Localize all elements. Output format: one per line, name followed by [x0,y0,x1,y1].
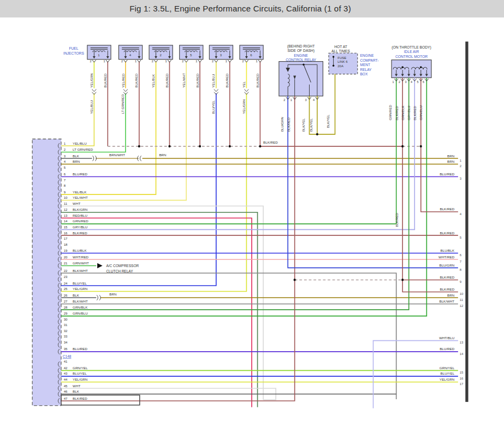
splice-dot [316,133,318,135]
row-number: 43 [64,372,68,376]
row-number: 6 [64,173,66,176]
pin-number: 1 [103,60,105,63]
row-number: 11 [64,202,68,205]
wire-label-vertical: BLK/RED [165,73,169,87]
row-number: 45 [64,384,68,388]
pin-socket-icon [92,60,96,62]
pin-socket-icon [168,60,171,62]
right-wire-number: 1 [460,159,462,162]
wire-blu-grn [288,96,458,268]
row-number: 35 [64,347,68,351]
row-number: 2 [64,148,66,151]
fuse-label-1: FUSE [337,56,346,60]
row-number: 4 [64,160,66,163]
right-wire-number: 6 [460,253,462,257]
pin-number: 2 [212,60,214,63]
row-wire-label: BLU/BLK [73,248,87,252]
wiring-diagram: FUEL INJECTORS (BEHIND RIGHT SIDE OF DAS… [0,17,504,426]
row-wire-label: BLK/RED [73,231,87,235]
pin-number: 1 [135,60,137,63]
row-wire-label: BLK/GRN [73,208,87,211]
fuse-hot-label-2: ALL TIMES [331,49,350,53]
relay-location-2: SIDE OF DASH) [287,49,315,53]
ac-relay-label-2: CLUTCH RELAY [106,269,133,273]
row-wire-label: RED/BLU [73,214,87,217]
row-wire-label: WHT [73,202,80,205]
row-number: 21 [64,262,68,265]
row-number: 15 [64,226,68,229]
pin-number: 2 [182,60,183,63]
row-number: 16 [64,232,68,235]
wire-label-vertical: BLU/GRN [281,117,284,132]
row-wire-label: BLK [73,389,80,393]
row-wire-label: BLU/RED [73,347,87,351]
wire-label-vertical: BLK/YEL [327,114,330,128]
pin-socket-icon [258,60,262,62]
right-wire-label: YEL/GRN [440,377,454,381]
row-number: 42 [64,366,68,370]
row-number: 47 [64,397,68,400]
row-number: 3 [64,155,66,158]
row-wire-label: GRN/YEL [73,366,88,370]
row-number: 28 [64,306,68,309]
fuse-label-2: LINK 6 [337,60,348,63]
wire-label-vertical: YEL/GRN [90,73,93,87]
splice-paren-icon [97,295,100,300]
row-wire-label: LT GRN/RED [73,147,93,151]
row-number: 19 [64,249,68,252]
right-wire-number: 15 [460,371,464,374]
wire-grn-blk [61,78,409,310]
row-wire-label: YEL/BLK [73,190,87,194]
pin-number: 3 [305,98,307,102]
relay-box-name-4: RELAY [360,68,372,72]
pin-socket-icon [137,60,141,62]
pin-socket-icon [154,60,158,62]
pin-number: 4 [411,80,412,84]
row-number: 14 [64,220,68,223]
right-wire-number: 9 [460,280,462,283]
page-title: Fig 1: 3.5L, Engine Performance Circuits… [0,0,481,17]
relay-box [279,62,323,96]
row-wire-label: BLK [73,293,80,297]
pin-number: 2 [90,60,91,63]
connector-block [32,139,61,405]
wire-yel-blu [61,93,94,146]
row26-splice-label: BRN [109,292,116,296]
row-number: 9 [64,191,66,194]
pin-number: 4 [313,98,315,102]
pin-number: 1 [290,98,292,102]
ac-relay-arrow-icon [97,263,103,269]
row-wire-label: GRN/BLK [73,305,88,309]
row-wire-label: YEL/GRN [73,287,87,291]
right-wire-number: 8 [460,268,462,271]
row-number: 12 [64,208,68,211]
row-number: 22 [64,269,68,273]
right-wire-label: WHT/BLU [439,336,454,340]
right-wire-number: 16 [460,377,464,380]
splice-dot [168,145,170,147]
row-wire-label: WHT [73,384,80,388]
pin-socket-icon [214,60,218,62]
row-number: 44 [64,378,68,381]
right-wire-number: 2 [460,164,462,168]
connector-c148-link[interactable]: C148 [63,354,72,358]
splice-dot [333,56,334,57]
pin-number: 3 [405,80,406,84]
relay-name-1: ENGINE [294,54,308,57]
wire-label-vertical: GRN/BLU [419,105,423,120]
relay-location-1: (BEHIND RIGHT [287,44,315,49]
row3-splice-right-label: BRN [159,153,166,157]
pin-number: 1 [165,60,167,63]
row-wire-label: BLK [73,154,80,158]
pin-number: 1 [195,60,197,63]
relay-name-2: CONTROL RELAY [286,58,316,62]
right-wire-number: 5 [460,236,462,239]
wire-label-vertical: YEL/BLU [212,74,215,88]
splice-dot [303,64,304,66]
wire-label-vertical: BLK/YEL [310,118,313,132]
row-number: 13 [64,214,68,217]
row-wire-label: BLU/RED [73,172,87,176]
right-wire-label: BLK/RED [440,231,455,235]
row-wire-label: GRN/WHT [73,261,89,265]
row-number: 31 [64,323,68,327]
